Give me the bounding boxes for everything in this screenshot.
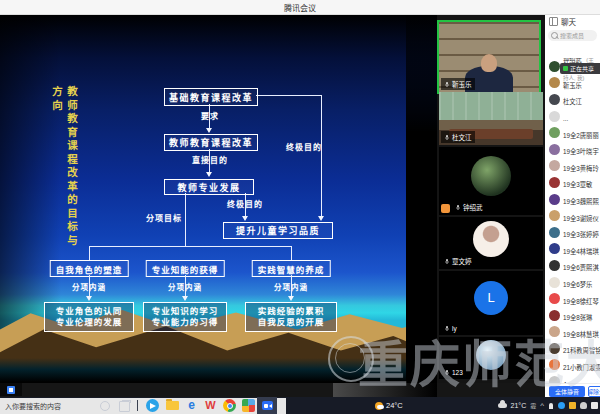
participant-name: 覃文婷	[452, 256, 472, 266]
flow-box-prof-dev: 教师专业发展	[164, 179, 254, 195]
tencent-meeting-taskbar-item[interactable]	[257, 397, 277, 414]
avatar	[549, 144, 560, 155]
cortana-icon[interactable]	[100, 401, 110, 411]
member-row[interactable]: ...	[545, 108, 600, 125]
avatar	[549, 359, 560, 370]
file-explorer-icon[interactable]	[166, 401, 179, 410]
flow-branch-bottom-box: 专业知识的学习 专业能力的习得	[143, 302, 227, 332]
taskbar-separator	[137, 400, 138, 411]
panel-footer: 全体静音 解除全体静音	[545, 383, 600, 398]
member-row[interactable]: 19全3谢婉仪	[545, 207, 600, 224]
member-row[interactable]: 19全6贾熙淇	[545, 257, 600, 274]
member-name: 19全4林瑞琪	[563, 248, 599, 255]
member-row[interactable]: 19全3覃敏	[545, 174, 600, 191]
arrow-down-icon	[86, 296, 92, 301]
member-row[interactable]: 21小教门淑雯	[545, 357, 600, 374]
video-tile-speaker[interactable]: 靳玉乐	[437, 20, 541, 94]
member-name: 19全8林慧琪	[563, 331, 599, 338]
flow-label-sub-content: 分项内涵	[143, 281, 227, 292]
tray-app-icon-blue[interactable]	[558, 402, 565, 409]
member-row[interactable]: 19全3张婷婷	[545, 224, 600, 241]
member-row[interactable]: 19全4林瑞琪	[545, 241, 600, 258]
member-name: 19全6梦乐	[563, 281, 592, 288]
flow-box-teacher-reform: 教师教育课程改革	[164, 134, 258, 151]
window-title: 腾讯会议	[284, 2, 316, 13]
search-placeholder: 搜索成员	[560, 31, 584, 40]
member-panel: 聊天 搜索成员 钟绍武 (主持人, 我) 靳玉乐	[545, 14, 600, 398]
air-quality-label: 霾	[530, 401, 536, 410]
avatar	[549, 94, 560, 105]
member-row[interactable]: 19全8林慧琪	[545, 324, 600, 341]
avatar	[476, 340, 506, 370]
mic-icon	[444, 325, 450, 332]
member-row[interactable]: 19全3叶晓宇	[545, 141, 600, 158]
flow-branch-column: 自我角色的塑造 分项内涵 专业角色的认同 专业伦理的发展	[44, 260, 134, 336]
member-name: 19全3张婷婷	[563, 231, 599, 238]
flow-label-require: 要求	[193, 110, 227, 121]
member-list[interactable]: 钟绍武 (主持人, 我) 靳玉乐 杜文江	[545, 58, 600, 384]
avatar	[549, 343, 560, 354]
flow-label-direct: 直接目的	[187, 154, 233, 165]
member-row[interactable]: 19全2唐丽丽	[545, 124, 600, 141]
system-tray: 21°C 霾 ^	[498, 397, 598, 414]
mic-tray-icon[interactable]	[549, 403, 553, 409]
task-view-icon[interactable]	[119, 401, 130, 412]
video-tile-avatar[interactable]: 123	[439, 337, 543, 379]
member-row[interactable]: 19全3魏熙熙	[545, 191, 600, 208]
video-tile-room[interactable]: 杜文江	[439, 92, 543, 145]
avatar	[549, 326, 560, 337]
mic-icon	[444, 258, 450, 265]
flow-label-sub-goal: 分项目标	[146, 212, 182, 223]
tray-app-icon-gray[interactable]	[580, 402, 587, 409]
member-row[interactable]: 杜文江	[545, 91, 600, 108]
member-name: 21科教周智铭	[563, 347, 600, 354]
flow-branch-bottom-box: 实践经验的累积 自我反思的开展	[245, 302, 337, 332]
video-tile-avatar[interactable]: 钟绍武	[439, 147, 543, 215]
panel-header: 聊天	[545, 14, 600, 28]
avatar	[549, 227, 560, 238]
avatar	[549, 111, 560, 122]
taskbar-weather-widget[interactable]: 24°C	[375, 397, 403, 414]
panel-title: 聊天	[561, 16, 576, 27]
flow-branch-column: 实践智慧的养成 分项内涵 实践经验的累积 自我反思的开展	[245, 260, 337, 336]
weather-temp: 24°C	[386, 401, 403, 410]
telegram-icon[interactable]	[146, 399, 159, 412]
tray-app-icon-light[interactable]	[591, 402, 598, 409]
flow-branch-column: 专业知能的获得 分项内涵 专业知识的学习 专业能力的习得	[143, 260, 227, 336]
panel-icon	[549, 17, 558, 26]
member-name: 杜文江	[563, 98, 582, 105]
tray-expand-icon[interactable]: ^	[540, 402, 544, 410]
member-name: ...	[563, 115, 568, 122]
video-tile-avatar[interactable]: 覃文婷	[439, 217, 543, 269]
app-grid-icon[interactable]	[242, 399, 255, 412]
member-row[interactable]: 19全8徐红琴	[545, 290, 600, 307]
member-row[interactable]: 19全8张琳	[545, 307, 600, 324]
flow-branch-columns: 自我角色的塑造 分项内涵 专业角色的认同 专业伦理的发展 专业知能的获得 分项内…	[0, 260, 437, 336]
video-tile-avatar[interactable]: L ly	[439, 271, 543, 335]
member-row[interactable]: 19全6梦乐	[545, 274, 600, 291]
avatar	[549, 310, 560, 321]
mute-all-button[interactable]: 全体静音	[549, 386, 585, 397]
member-row[interactable]: 靳玉乐	[545, 75, 600, 92]
member-search-input[interactable]: 搜索成员	[548, 30, 597, 41]
member-name: 19全3魏熙熙	[563, 198, 599, 205]
avatar	[549, 293, 560, 304]
windows-taskbar: 入你要搜索的内容 e W 24°C 21°C 霾 ^	[0, 397, 600, 414]
unmute-all-button[interactable]: 解除全体静音	[588, 386, 600, 397]
slide-letterbox	[406, 14, 437, 383]
screen-share-icon	[563, 66, 568, 71]
edge-browser-icon[interactable]: e	[185, 399, 198, 412]
tray-app-icon-amber[interactable]	[569, 402, 576, 409]
arrow-down-icon	[318, 216, 324, 221]
member-row[interactable]: 21科教周智铭	[545, 340, 600, 357]
member-row[interactable]: 19全3黄梅玲	[545, 158, 600, 175]
chrome-icon[interactable]	[223, 399, 236, 412]
arrow-down-icon	[288, 296, 294, 301]
flow-box-basic-reform: 基础教育课程改革	[164, 88, 258, 106]
flow-label-sub-content: 分项内涵	[44, 281, 134, 292]
wps-office-icon[interactable]: W	[204, 399, 217, 412]
tencent-meeting-icon	[262, 401, 273, 410]
shared-screen-bottom-strip	[0, 383, 545, 397]
avatar	[549, 61, 560, 72]
window-icon	[7, 386, 15, 394]
